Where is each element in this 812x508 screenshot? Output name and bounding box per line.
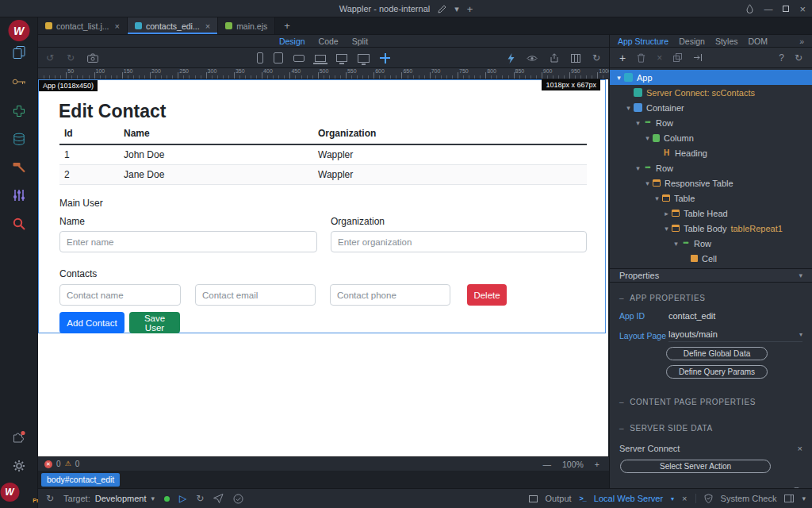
edit-title-icon[interactable] <box>438 5 446 13</box>
chevron-down-icon[interactable]: ▾ <box>652 194 662 202</box>
tree-item-table[interactable]: ▾Table <box>610 190 812 206</box>
tab-main-ejs[interactable]: main.ejs <box>218 17 275 34</box>
target-value[interactable]: Development <box>95 494 147 503</box>
database-icon[interactable] <box>13 133 25 146</box>
organization-input[interactable] <box>331 231 587 252</box>
tree-item-row[interactable]: ▾Row <box>610 115 812 130</box>
tab-app-structure[interactable]: App Structure <box>618 37 668 46</box>
undo-icon[interactable]: ↺ <box>46 53 54 63</box>
view-design[interactable]: Design <box>279 37 305 46</box>
tree-item-app[interactable]: ▾App <box>610 70 812 85</box>
tree-item-responsive-table[interactable]: ▾Responsive Table <box>610 175 812 190</box>
tablet-view-icon[interactable] <box>274 52 283 64</box>
view-code[interactable]: Code <box>319 37 339 46</box>
tree-item-server-connect-sccontacts[interactable]: Server Connect: scContacts <box>610 85 812 100</box>
wappler-pro-logo[interactable]: WPro <box>0 483 37 502</box>
more-tabs-icon[interactable]: » <box>799 37 804 46</box>
wappler-logo[interactable]: W <box>8 20 29 41</box>
contact-name-input[interactable] <box>59 284 181 306</box>
tree-item-table-body[interactable]: ▾Table BodytableRepeat1 <box>610 221 812 236</box>
close-component-icon[interactable]: × <box>657 53 662 63</box>
define-global-data-button[interactable]: Define Global Data <box>666 347 768 360</box>
delete-component-icon[interactable] <box>637 53 645 63</box>
refresh-tree-icon[interactable]: ↻ <box>795 53 802 63</box>
close-tab-icon[interactable]: × <box>205 21 210 31</box>
chevron-down-icon[interactable]: ▾ <box>802 495 806 502</box>
define-query-params-button[interactable]: Define Query Params <box>666 365 768 379</box>
components-icon[interactable] <box>13 105 25 117</box>
contact-email-input[interactable] <box>195 284 316 306</box>
chevron-down-icon[interactable]: ▾ <box>633 164 643 172</box>
delete-button[interactable]: Delete <box>467 284 507 306</box>
tree-item-row[interactable]: ▾Row <box>610 236 812 251</box>
web-server-selector[interactable]: Local Web Server <box>594 494 663 503</box>
contact-phone-input[interactable] <box>330 284 450 306</box>
chevron-down-icon[interactable]: ▾ <box>671 240 681 248</box>
data-bindings-icon[interactable] <box>13 189 25 202</box>
panel-layout-icon[interactable] <box>784 495 794 502</box>
share-icon[interactable] <box>550 53 559 63</box>
zoom-in-button[interactable]: + <box>595 460 599 469</box>
chevron-right-icon[interactable]: ▸ <box>661 210 672 217</box>
run-button[interactable]: ▷ <box>179 494 186 503</box>
chevron-down-icon[interactable]: ▾ <box>614 74 624 82</box>
close-button[interactable]: × <box>799 4 806 14</box>
chevron-down-icon[interactable]: ▾ <box>671 495 674 502</box>
screenshot-icon[interactable] <box>87 53 98 63</box>
new-tab-button[interactable]: + <box>275 17 299 34</box>
tree-item-cell[interactable]: Cell <box>610 251 812 266</box>
laptop-view-icon[interactable] <box>315 55 326 62</box>
search-icon[interactable] <box>13 217 25 230</box>
stop-server-icon[interactable]: × <box>682 495 687 503</box>
view-split[interactable]: Split <box>352 37 368 46</box>
chevron-down-icon[interactable]: ▾ <box>454 5 459 13</box>
chevron-down-icon[interactable]: ▾ <box>661 225 672 233</box>
preview-eye-icon[interactable] <box>527 55 538 62</box>
breadcrumb[interactable]: body#contact_edit <box>41 473 120 487</box>
output-label[interactable]: Output <box>546 494 572 503</box>
droplet-icon[interactable] <box>746 4 753 13</box>
tab-styles[interactable]: Styles <box>715 37 738 46</box>
close-tab-icon[interactable]: × <box>115 21 120 31</box>
properties-header[interactable]: Properties ▾ <box>610 268 812 283</box>
layout-page-select[interactable]: layouts/main ▾ <box>668 329 802 342</box>
chevron-down-icon[interactable]: ▾ <box>642 134 653 142</box>
tree-item-heading[interactable]: Heading <box>610 145 812 160</box>
chevron-down-icon[interactable]: ▾ <box>151 495 155 502</box>
phone-view-icon[interactable] <box>257 52 263 64</box>
collapse-properties-icon[interactable]: ▾ <box>799 271 802 279</box>
chevron-down-icon[interactable]: ▾ <box>623 104 634 112</box>
grid-columns-icon[interactable] <box>571 54 580 63</box>
help-icon[interactable]: ? <box>779 53 784 63</box>
maximize-button[interactable] <box>783 6 789 12</box>
tree-item-row[interactable]: ▾Row <box>610 160 812 175</box>
tree-item-table-head[interactable]: ▸Table Head <box>610 206 812 221</box>
tree-item-column[interactable]: ▾Column <box>610 130 812 145</box>
add-contact-button[interactable]: Add Contact <box>59 312 124 333</box>
new-project-icon[interactable]: + <box>467 4 473 14</box>
clear-server-connect-icon[interactable]: × <box>798 444 802 453</box>
redo-icon[interactable]: ↻ <box>67 53 75 63</box>
design-canvas[interactable]: App (1018x450) 1018px x 667px Edit Conta… <box>38 79 608 456</box>
app-id-value[interactable]: contact_edit <box>668 311 715 321</box>
desktop-view-icon[interactable] <box>358 54 370 63</box>
chevron-down-icon[interactable]: ▾ <box>633 119 643 127</box>
minimize-button[interactable]: — <box>764 5 772 13</box>
phone-landscape-view-icon[interactable] <box>293 55 304 62</box>
tree-item-container[interactable]: ▾Container <box>610 100 812 115</box>
system-check-label[interactable]: System Check <box>721 494 777 503</box>
monitor-view-icon[interactable] <box>336 54 347 62</box>
settings-gear-icon[interactable] <box>13 460 25 472</box>
name-input[interactable] <box>59 231 317 252</box>
lightning-icon[interactable] <box>508 53 515 64</box>
add-component-icon[interactable]: + <box>619 52 626 64</box>
output-panel-icon[interactable] <box>529 495 538 502</box>
sync-icon[interactable]: ↻ <box>46 494 54 503</box>
tab-dom[interactable]: DOM <box>748 37 768 46</box>
deploy-icon[interactable] <box>213 494 224 503</box>
zoom-out-button[interactable]: — <box>543 460 552 469</box>
tools-icon[interactable] <box>12 161 25 173</box>
check-circle-icon[interactable] <box>233 494 243 504</box>
refresh-server-icon[interactable]: ↻ <box>196 494 204 503</box>
export-icon[interactable] <box>693 53 703 62</box>
